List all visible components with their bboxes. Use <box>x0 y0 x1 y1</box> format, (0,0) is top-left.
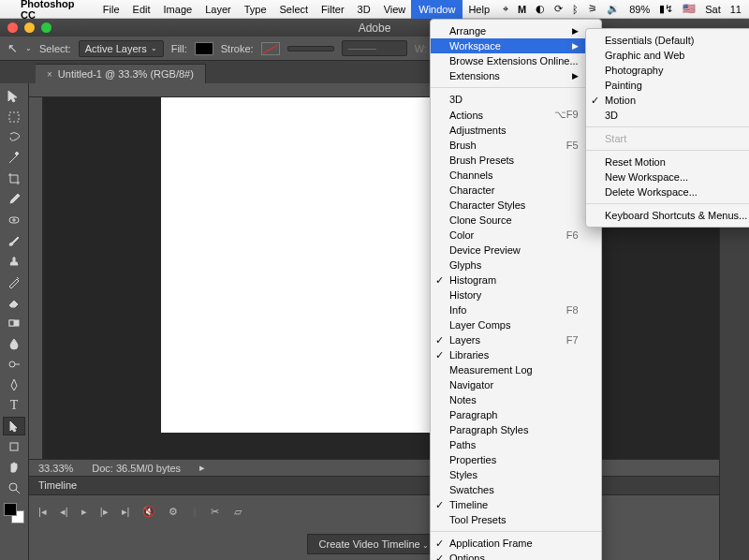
zoom-window-button[interactable] <box>41 22 51 33</box>
window-menu-item-brush-presets[interactable]: Brush Presets <box>431 153 601 168</box>
window-menu-item-paths[interactable]: Paths <box>431 437 601 452</box>
window-menu-item-workspace[interactable]: Workspace▶ <box>431 38 601 53</box>
menu-help[interactable]: Help <box>468 4 490 15</box>
flag-icon[interactable]: 🇺🇸 <box>683 3 696 15</box>
audio-mute-button[interactable]: 🔇 <box>142 506 155 518</box>
menu-3d[interactable]: 3D <box>358 4 371 15</box>
healing-tool[interactable] <box>3 211 25 229</box>
prev-frame-button[interactable]: ◂| <box>60 506 68 518</box>
malware-icon[interactable]: M <box>518 4 526 15</box>
window-menu-item-libraries[interactable]: ✓Libraries <box>431 347 601 362</box>
document-tab[interactable]: × Untitled-1 @ 33.3% (RGB/8#) <box>36 64 206 83</box>
sync-icon[interactable]: ⟳ <box>554 3 563 15</box>
menu-select[interactable]: Select <box>280 4 309 15</box>
menu-layer[interactable]: Layer <box>205 4 231 15</box>
window-menu-item-properties[interactable]: Properties <box>431 452 601 467</box>
volume-icon[interactable]: 🔉 <box>607 3 620 15</box>
transition-button[interactable]: ▱ <box>234 506 242 518</box>
window-menu-item-options[interactable]: ✓Options <box>431 551 601 560</box>
bluetooth-icon[interactable]: ᛒ <box>572 4 579 15</box>
status-icon[interactable]: ⌖ <box>503 3 508 15</box>
magic-wand-tool[interactable] <box>3 149 25 168</box>
zoom-readout[interactable]: 33.33% <box>38 463 73 474</box>
workspace-menu-item-new-workspace-[interactable]: New Workspace... <box>586 169 749 184</box>
timeline-options-icon[interactable]: ⚙ <box>169 506 178 518</box>
window-menu-item-paragraph-styles[interactable]: Paragraph Styles <box>431 422 601 437</box>
menu-image[interactable]: Image <box>164 4 193 15</box>
document-canvas[interactable] <box>161 97 461 433</box>
close-window-button[interactable] <box>7 22 18 33</box>
dodge-tool[interactable] <box>3 355 25 374</box>
workspace-menu-item-essentials-default-[interactable]: Essentials (Default) <box>586 33 749 48</box>
window-menu-item-extensions[interactable]: Extensions▶ <box>431 68 601 83</box>
stroke-swatch[interactable] <box>261 42 280 55</box>
window-menu-item-3d[interactable]: 3D <box>431 92 601 107</box>
fill-swatch[interactable] <box>195 42 213 55</box>
window-menu-item-character-styles[interactable]: Character Styles <box>431 198 601 213</box>
lasso-tool[interactable] <box>3 128 25 147</box>
create-video-timeline-button[interactable]: Create Video Timeline ⌄ <box>307 534 442 554</box>
vertical-ruler[interactable] <box>29 97 43 459</box>
doc-size-readout[interactable]: Doc: 36.5M/0 bytes <box>92 463 181 474</box>
window-menu-item-navigator[interactable]: Navigator <box>431 377 601 392</box>
workspace-menu-item-painting[interactable]: Painting <box>586 78 749 93</box>
cloud-icon[interactable]: ◐ <box>536 3 545 15</box>
foreground-background-swatch[interactable] <box>4 503 24 523</box>
app-menu[interactable]: Photoshop CC <box>21 0 90 21</box>
workspace-menu-item-photography[interactable]: Photography <box>586 63 749 78</box>
window-menu-item-clone-source[interactable]: Clone Source <box>431 213 601 228</box>
window-menu-item-color[interactable]: ColorF6 <box>431 228 601 243</box>
type-tool[interactable]: T <box>3 396 25 415</box>
gradient-tool[interactable] <box>3 314 25 332</box>
clone-stamp-tool[interactable] <box>3 252 25 271</box>
status-arrow-icon[interactable]: ▸ <box>199 462 205 474</box>
workspace-menu-item-graphic-and-web[interactable]: Graphic and Web <box>586 48 749 63</box>
first-frame-button[interactable]: |◂ <box>38 506 47 518</box>
window-menu-item-tool-presets[interactable]: Tool Presets <box>431 512 601 527</box>
zoom-tool[interactable] <box>3 479 25 497</box>
menu-filter[interactable]: Filter <box>321 4 344 15</box>
window-menu-item-timeline[interactable]: ✓Timeline <box>431 497 601 512</box>
window-menu-item-channels[interactable]: Channels <box>431 168 601 183</box>
window-menu-item-arrange[interactable]: Arrange▶ <box>431 23 601 38</box>
menu-file[interactable]: File <box>103 4 120 15</box>
tool-preset-arrow[interactable]: ⌄ <box>25 44 32 52</box>
window-menu-item-notes[interactable]: Notes <box>431 392 601 407</box>
marquee-tool[interactable] <box>3 108 25 126</box>
window-menu-item-application-frame[interactable]: ✓Application Frame <box>431 536 601 551</box>
workspace-menu-item-motion[interactable]: ✓Motion <box>586 93 749 108</box>
window-menu-item-swatches[interactable]: Swatches <box>431 482 601 497</box>
window-menu-item-adjustments[interactable]: Adjustments <box>431 123 601 138</box>
tool-preset-icon[interactable]: ↖ <box>7 41 18 55</box>
menu-edit[interactable]: Edit <box>133 4 151 15</box>
timeline-panel-header[interactable]: Timeline <box>29 477 719 495</box>
path-selection-tool[interactable] <box>3 417 25 435</box>
window-menu-item-layer-comps[interactable]: Layer Comps <box>431 317 601 332</box>
brush-tool[interactable] <box>3 231 25 250</box>
window-menu-item-browse-extensions-online-[interactable]: Browse Extensions Online... <box>431 53 601 68</box>
blur-tool[interactable] <box>3 334 25 353</box>
window-menu-item-character[interactable]: Character <box>431 183 601 198</box>
clock-day[interactable]: Sat <box>705 4 721 15</box>
menu-window[interactable]: Window <box>411 0 463 19</box>
window-menu-item-measurement-log[interactable]: Measurement Log <box>431 362 601 377</box>
window-menu-item-paragraph[interactable]: Paragraph <box>431 407 601 422</box>
menu-view[interactable]: View <box>384 4 406 15</box>
battery-icon[interactable]: ▮↯ <box>659 3 673 15</box>
eyedropper-tool[interactable] <box>3 190 25 209</box>
wifi-icon[interactable]: ⚞ <box>588 3 597 15</box>
history-brush-tool[interactable] <box>3 273 25 291</box>
close-tab-icon[interactable]: × <box>47 69 52 80</box>
workspace-menu-item-keyboard-shortcuts-menus-[interactable]: Keyboard Shortcuts & Menus... <box>586 208 749 223</box>
hand-tool[interactable] <box>3 458 25 477</box>
workspace-menu-item-reset-motion[interactable]: Reset Motion <box>586 155 749 169</box>
window-menu-item-device-preview[interactable]: Device Preview <box>431 243 601 258</box>
window-menu-item-history[interactable]: History <box>431 287 601 302</box>
stroke-width[interactable] <box>287 46 334 52</box>
select-dropdown[interactable]: Active Layers⌄ <box>79 40 164 57</box>
move-tool[interactable] <box>3 87 25 106</box>
last-frame-button[interactable]: ▸| <box>122 506 130 518</box>
stroke-style[interactable]: ——— <box>342 40 407 56</box>
window-menu-item-glyphs[interactable]: Glyphs <box>431 258 601 273</box>
menu-type[interactable]: Type <box>244 4 267 15</box>
